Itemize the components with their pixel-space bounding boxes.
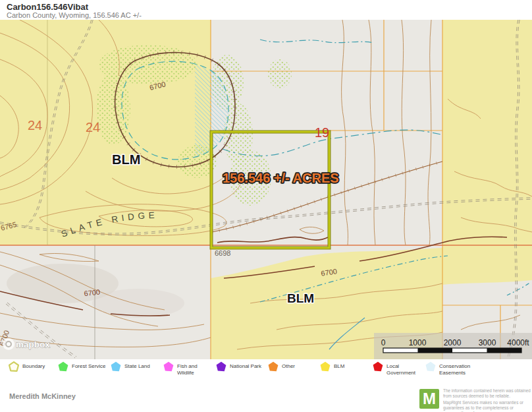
other-swatch-icon — [268, 361, 279, 372]
map-legend: Boundary Forest Service State Land Fish … — [0, 359, 532, 386]
state-land-swatch-icon — [111, 361, 121, 372]
blm-label-upper: BLM — [112, 152, 140, 167]
author-name: Meredith McKinney — [9, 392, 76, 400]
map-header: Carbon156.546Vibat Carbon County, Wyomin… — [0, 0, 532, 20]
boundary-swatch-icon — [9, 361, 19, 372]
blm-swatch-icon — [320, 361, 331, 372]
contour-label-6700-left: 6700 — [84, 288, 101, 297]
forest-service-swatch-icon — [58, 361, 68, 372]
disclaimer-line-2: MapRight Services makes no warranties or… — [443, 400, 531, 412]
topo-map[interactable]: 24 24 19 BLM BLM 156.546 +/- ACRES SLATE… — [0, 20, 532, 359]
conservation-easements-swatch-icon — [425, 361, 436, 372]
scale-tick-4000ft: 4000ft — [507, 338, 529, 347]
section-number-19: 19 — [315, 125, 329, 140]
mapright-logo: M — [419, 389, 439, 409]
section-number-24-a: 24 — [28, 118, 42, 132]
legend-label: Other — [282, 363, 318, 370]
hillshade — [92, 289, 184, 318]
blm-label-lower: BLM — [287, 291, 314, 305]
legend-label: Forest Service — [72, 363, 108, 370]
legend-label: Local Government — [386, 363, 423, 376]
legend-label: State Land — [124, 363, 161, 370]
scale-tick-2000: 2000 — [444, 338, 462, 347]
section-number-24-b: 24 — [86, 120, 100, 134]
mapbox-wordmark: mapbox — [16, 339, 50, 349]
legend-label: National Park — [230, 363, 266, 370]
national-park-swatch-icon — [216, 361, 226, 372]
page-title: Carbon156.546Vibat — [7, 2, 88, 12]
fish-wildlife-swatch-icon — [163, 361, 174, 372]
maplight-export-page: Carbon156.546Vibat Carbon County, Wyomin… — [0, 0, 532, 412]
mapbox-logo[interactable]: mapbox — [3, 338, 50, 350]
legend-label: Conservation Easements — [439, 363, 475, 376]
local-government-swatch-icon — [373, 361, 383, 372]
scale-tick-3000: 3000 — [479, 338, 496, 347]
legend-label: BLM — [334, 363, 370, 370]
legend-label: Boundary — [22, 363, 59, 370]
disclaimer-line-1: The information contained herein was obt… — [443, 388, 531, 399]
page-subtitle: Carbon County, Wyoming, 156.546 AC +/- — [7, 11, 142, 19]
parcel-acres-label: 156.546 +/- ACRES — [223, 171, 339, 185]
contour-label-6698: 6698 — [215, 249, 230, 257]
page-footer: Meredith McKinney M The information cont… — [0, 386, 532, 412]
scale-tick-1000: 1000 — [409, 338, 427, 347]
disclaimer-text: The information contained herein was obt… — [443, 388, 531, 412]
scale-bar: 0 1000 2000 3000 4000ft — [374, 333, 532, 359]
scale-tick-0: 0 — [381, 338, 386, 347]
legend-label: Fish and Wildlife — [177, 363, 213, 376]
